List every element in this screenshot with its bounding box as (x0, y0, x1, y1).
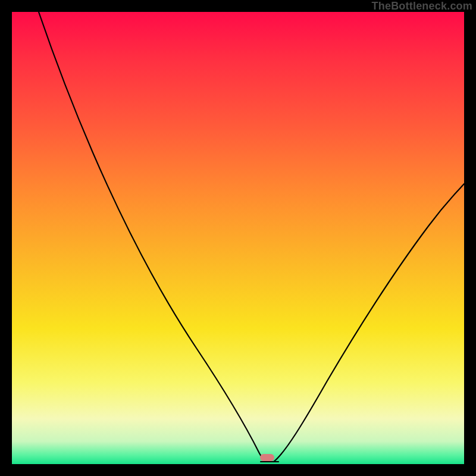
bottleneck-curve (12, 12, 464, 464)
watermark-text: TheBottleneck.com (372, 0, 472, 12)
chart-frame: TheBottleneck.com (0, 0, 476, 476)
curve-left-branch (39, 12, 268, 462)
plot-area (12, 12, 464, 464)
curve-right-branch (274, 184, 464, 462)
valley-marker (260, 454, 274, 461)
